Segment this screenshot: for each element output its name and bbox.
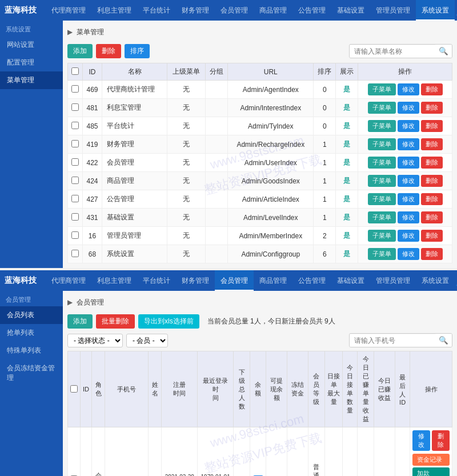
edit-btn[interactable]: 修改 [398, 248, 419, 260]
mrow-earned-qty: 0 [358, 427, 374, 477]
row-check-0[interactable] [71, 85, 79, 93]
row-checkbox [68, 245, 83, 263]
del-btn[interactable]: 删除 [421, 83, 443, 95]
nav-interest-1[interactable]: 利息主管理 [91, 0, 137, 21]
child-menu-btn[interactable]: 子菜单 [368, 211, 396, 223]
member-edit-btn[interactable]: 修改 [412, 430, 430, 451]
search-button-2[interactable]: 🔍 [435, 334, 452, 347]
export-button[interactable]: 导出到xls选择前 [138, 314, 199, 329]
nav-basic-2[interactable]: 基础设置 [331, 270, 370, 291]
edit-btn[interactable]: 修改 [398, 138, 419, 150]
edit-btn[interactable]: 修改 [398, 83, 419, 95]
del-btn[interactable]: 删除 [421, 211, 443, 223]
nav-goods-2[interactable]: 商品管理 [254, 270, 292, 291]
nav-agent-2[interactable]: 代理商管理 [46, 270, 91, 291]
batch-delete-button[interactable]: 批量删除 [96, 314, 135, 329]
col-url-1: URL [228, 63, 314, 81]
child-menu-btn[interactable]: 子菜单 [368, 175, 396, 187]
phone-input[interactable] [350, 334, 435, 347]
select-all-1[interactable] [71, 67, 79, 75]
edit-btn[interactable]: 修改 [398, 120, 419, 132]
mcol-earned-qty: 今日已赚单量收益 [358, 351, 374, 427]
row-check-8[interactable] [71, 231, 79, 239]
status-filter[interactable]: - 选择状态 - [67, 334, 123, 347]
child-menu-btn[interactable]: 子菜单 [368, 83, 396, 95]
nav-announce-2[interactable]: 公告管理 [292, 270, 331, 291]
nav-interest-2[interactable]: 利息主管理 [91, 270, 137, 291]
edit-btn[interactable]: 修改 [398, 193, 419, 205]
child-menu-btn[interactable]: 子菜单 [368, 193, 396, 205]
search-input-1[interactable] [350, 45, 435, 58]
row-url: Admin/TyIndex [228, 117, 314, 135]
row-check-7[interactable] [71, 213, 79, 221]
del-btn[interactable]: 删除 [421, 138, 443, 150]
child-menu-btn[interactable]: 子菜单 [368, 120, 396, 132]
sort-button-1[interactable]: 排序 [125, 44, 150, 58]
nav-finance-1[interactable]: 财务管理 [176, 0, 215, 21]
del-btn[interactable]: 删除 [421, 248, 443, 260]
edit-btn[interactable]: 修改 [398, 211, 419, 223]
edit-btn[interactable]: 修改 [398, 102, 419, 114]
member-del-btn[interactable]: 删除 [432, 430, 450, 451]
sidebar-special-list[interactable]: 特殊单列表 [0, 342, 63, 359]
show-badge: 是 [343, 103, 350, 111]
del-btn[interactable]: 删除 [421, 193, 443, 205]
row-check-9[interactable] [71, 250, 79, 257]
col-sort-1: 排序 [314, 63, 336, 81]
del-btn[interactable]: 删除 [421, 175, 443, 187]
level-filter[interactable]: - 会员 - [126, 334, 168, 347]
child-menu-btn[interactable]: 子菜单 [368, 248, 396, 260]
nav-stats-1[interactable]: 平台统计 [137, 0, 176, 21]
del-btn[interactable]: 删除 [421, 102, 443, 114]
nav-basic-1[interactable]: 基础设置 [331, 0, 370, 21]
nav-announce-1[interactable]: 公告管理 [292, 0, 331, 21]
sidebar-website[interactable]: 网站设置 [0, 36, 63, 54]
child-menu-btn[interactable]: 子菜单 [368, 102, 396, 114]
del-btn[interactable]: 删除 [421, 157, 443, 169]
row-check-3[interactable] [71, 140, 79, 147]
row-id: 469 [82, 81, 102, 99]
del-btn[interactable]: 删除 [421, 230, 443, 242]
nav-system-2[interactable]: 系统设置 [416, 270, 455, 291]
nav-admin-1[interactable]: 管理员管理 [370, 0, 416, 21]
delete-button-1[interactable]: 删除 [96, 44, 121, 58]
del-btn[interactable]: 删除 [421, 120, 443, 132]
row-url: Admin/MemberIndex [228, 227, 314, 245]
sidebar-menu[interactable]: 菜单管理 [0, 71, 63, 89]
row-check-5[interactable] [71, 177, 79, 184]
col-parent-1: 上级菜单 [167, 63, 206, 81]
add-fund-btn[interactable]: 加款 [412, 467, 450, 476]
edit-btn[interactable]: 修改 [398, 175, 419, 187]
col-show-1: 展示 [336, 63, 358, 81]
member-select-all[interactable] [70, 385, 78, 393]
nav-member-2[interactable]: 会员管理 [215, 270, 254, 291]
search-button-1[interactable]: 🔍 [435, 45, 452, 58]
add-button-1[interactable]: 添加 [67, 44, 93, 58]
add-button-2[interactable]: 添加 [67, 314, 93, 329]
nav-admin-2[interactable]: 管理员管理 [370, 270, 416, 291]
row-check-6[interactable] [71, 195, 79, 202]
member-table-row: 1 会员 15123123123 2021-03-30 17:59:58 197… [68, 427, 452, 477]
child-menu-btn[interactable]: 子菜单 [368, 138, 396, 150]
edit-btn[interactable]: 修改 [398, 157, 419, 169]
nav-member-1[interactable]: 会员管理 [215, 0, 254, 21]
row-group [206, 190, 228, 209]
sidebar-config[interactable]: 配置管理 [0, 54, 63, 71]
child-menu-btn[interactable]: 子菜单 [368, 157, 396, 169]
child-menu-btn[interactable]: 子菜单 [368, 230, 396, 242]
sidebar-order-list[interactable]: 抢单列表 [0, 324, 63, 342]
edit-btn[interactable]: 修改 [398, 230, 419, 242]
row-check-2[interactable] [71, 122, 79, 129]
fund-record-btn[interactable]: 资金记录 [412, 454, 450, 466]
nav-finance-2[interactable]: 财务管理 [176, 270, 215, 291]
menu-table: ID 名称 上级菜单 分组 URL 排序 展示 操作 469 代理商统计管理 [67, 63, 452, 263]
row-check-4[interactable] [71, 158, 79, 166]
nav-agent-1[interactable]: 代理商管理 [46, 0, 91, 21]
sidebar-member-list[interactable]: 会员列表 [0, 306, 63, 324]
sidebar-frozen-fund[interactable]: 会员冻结资金管理 [0, 359, 63, 387]
nav-goods-1[interactable]: 商品管理 [254, 0, 292, 21]
row-check-1[interactable] [71, 103, 79, 111]
nav-system-1[interactable]: 系统设置 [416, 0, 455, 21]
row-parent: 无 [167, 117, 206, 135]
nav-stats-2[interactable]: 平台统计 [137, 270, 176, 291]
